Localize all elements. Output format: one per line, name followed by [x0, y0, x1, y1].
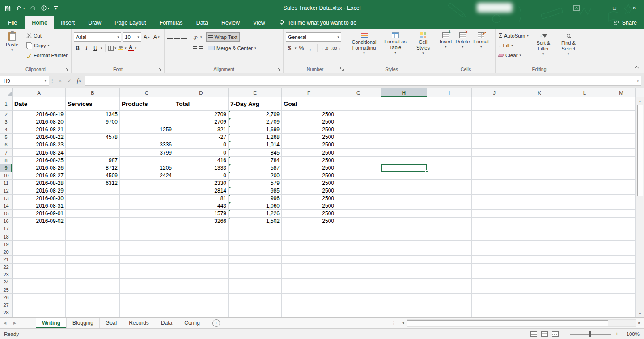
- cell-B8[interactable]: 987: [66, 157, 120, 164]
- cell-B2[interactable]: 1345: [66, 111, 120, 118]
- cell-B10[interactable]: 4509: [66, 172, 120, 180]
- cell-C16[interactable]: [120, 218, 174, 225]
- wrap-text-button[interactable]: Wrap Text: [206, 32, 240, 42]
- cell-H16[interactable]: [381, 218, 427, 225]
- cell-E10[interactable]: 200: [229, 172, 282, 180]
- percent-style-button[interactable]: %: [298, 44, 305, 53]
- cell-J14[interactable]: [472, 202, 517, 210]
- cell-G20[interactable]: [336, 248, 381, 256]
- cell-F4[interactable]: 2500: [282, 126, 336, 134]
- cell-D21[interactable]: [174, 256, 229, 264]
- cell-M1[interactable]: [607, 97, 636, 111]
- clear-button[interactable]: Clear ▾: [497, 50, 530, 60]
- cell-H7[interactable]: [381, 149, 427, 156]
- cell-K12[interactable]: [517, 187, 562, 195]
- cell-L21[interactable]: [562, 256, 607, 264]
- cell-L25[interactable]: [562, 286, 607, 294]
- cell-I15[interactable]: [427, 210, 472, 218]
- row-header-13[interactable]: 13: [0, 195, 13, 202]
- cell-J21[interactable]: [472, 256, 517, 264]
- orientation-dropdown-icon[interactable]: ▾: [200, 35, 202, 38]
- cell-B27[interactable]: [66, 301, 120, 309]
- cell-K10[interactable]: [517, 172, 562, 180]
- cell-L1[interactable]: [562, 97, 607, 111]
- font-dialog-launcher-icon[interactable]: [157, 67, 162, 71]
- cell-K7[interactable]: [517, 149, 562, 156]
- row-header-22[interactable]: 22: [0, 264, 13, 271]
- cell-B24[interactable]: [66, 279, 120, 286]
- cell-G4[interactable]: [336, 126, 381, 134]
- cell-G14[interactable]: [336, 202, 381, 210]
- cell-D8[interactable]: 416: [174, 157, 229, 164]
- cell-D7[interactable]: 0: [174, 149, 229, 156]
- cell-F17[interactable]: [282, 225, 336, 233]
- sheet-nav-right-button[interactable]: ▶: [10, 318, 20, 328]
- cell-J7[interactable]: [472, 149, 517, 156]
- horizontal-scrollbar[interactable]: ◀ ▶: [399, 318, 643, 328]
- cell-J19[interactable]: [472, 241, 517, 248]
- cell-B6[interactable]: [66, 141, 120, 149]
- increase-decimal-button[interactable]: ←.0: [320, 44, 330, 53]
- cell-J24[interactable]: [472, 279, 517, 286]
- cell-D4[interactable]: -321: [174, 126, 229, 134]
- cell-H20[interactable]: [381, 248, 427, 256]
- cell-D28[interactable]: [174, 309, 229, 317]
- cell-E28[interactable]: [229, 309, 282, 317]
- paste-button[interactable]: Paste ▾: [1, 31, 23, 60]
- cell-F26[interactable]: [282, 294, 336, 301]
- cell-L12[interactable]: [562, 187, 607, 195]
- cell-M5[interactable]: [607, 134, 636, 141]
- cell-K4[interactable]: [517, 126, 562, 134]
- cell-F19[interactable]: [282, 241, 336, 248]
- tab-review[interactable]: Review: [215, 16, 246, 29]
- cell-I22[interactable]: [427, 264, 472, 271]
- cell-D17[interactable]: [174, 225, 229, 233]
- italic-button[interactable]: I: [83, 44, 90, 53]
- cell-M10[interactable]: [607, 172, 636, 180]
- cell-J3[interactable]: [472, 118, 517, 126]
- column-header-E[interactable]: E: [229, 88, 282, 97]
- hscroll-track[interactable]: [407, 319, 636, 327]
- cell-B7[interactable]: [66, 149, 120, 156]
- cell-H27[interactable]: [381, 301, 427, 309]
- cell-K14[interactable]: [517, 202, 562, 210]
- cell-D9[interactable]: 1333: [174, 164, 229, 172]
- cell-G8[interactable]: [336, 157, 381, 164]
- row-header-5[interactable]: 5: [0, 134, 13, 141]
- cell-K17[interactable]: [517, 225, 562, 233]
- cell-A7[interactable]: 2016-08-24: [13, 149, 66, 156]
- cell-G18[interactable]: [336, 233, 381, 241]
- cell-L22[interactable]: [562, 264, 607, 271]
- sheet-nav-left-button[interactable]: ◀: [0, 318, 10, 328]
- touch-mode-dropdown-icon[interactable]: ▾: [48, 7, 50, 10]
- undo-dropdown-icon[interactable]: ▾: [23, 7, 25, 10]
- cut-button[interactable]: Cut: [25, 31, 69, 40]
- cell-M4[interactable]: [607, 126, 636, 134]
- cell-E6[interactable]: 1,014: [229, 141, 282, 149]
- increase-font-size-button[interactable]: A▲: [143, 33, 151, 42]
- cell-C2[interactable]: [120, 111, 174, 118]
- column-header-K[interactable]: K: [517, 88, 562, 97]
- cell-I20[interactable]: [427, 248, 472, 256]
- cell-J8[interactable]: [472, 157, 517, 164]
- cell-C9[interactable]: 1205: [120, 164, 174, 172]
- cell-J20[interactable]: [472, 248, 517, 256]
- cell-M11[interactable]: [607, 180, 636, 187]
- cell-H14[interactable]: [381, 202, 427, 210]
- fill-color-dropdown-icon[interactable]: ▾: [125, 46, 127, 50]
- sheet-tab-records[interactable]: Records: [123, 318, 155, 328]
- cell-H3[interactable]: [381, 118, 427, 126]
- cell-M27[interactable]: [607, 301, 636, 309]
- cell-G26[interactable]: [336, 294, 381, 301]
- cell-L15[interactable]: [562, 210, 607, 218]
- row-header-4[interactable]: 4: [0, 126, 13, 134]
- cell-H15[interactable]: [381, 210, 427, 218]
- borders-icon[interactable]: [108, 46, 114, 51]
- cell-J22[interactable]: [472, 264, 517, 271]
- cell-J15[interactable]: [472, 210, 517, 218]
- cell-F6[interactable]: 2500: [282, 141, 336, 149]
- view-normal-icon[interactable]: [530, 331, 537, 337]
- cell-C13[interactable]: [120, 195, 174, 202]
- cell-E22[interactable]: [229, 264, 282, 271]
- cell-K27[interactable]: [517, 301, 562, 309]
